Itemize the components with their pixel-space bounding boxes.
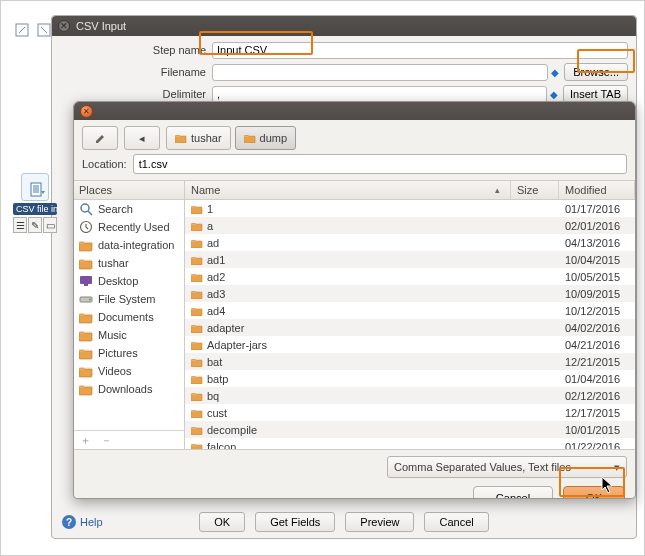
variable-icon[interactable]: ◆ [549, 89, 559, 100]
file-row[interactable]: ad110/04/2015 [185, 251, 635, 268]
places-item[interactable]: Desktop [74, 272, 184, 290]
csv-cancel-button[interactable]: Cancel [424, 512, 488, 532]
step-menu-icon[interactable]: ▭ [43, 217, 57, 233]
file-row[interactable]: ad410/12/2015 [185, 302, 635, 319]
places-item[interactable]: Pictures [74, 344, 184, 362]
path-crumb[interactable]: dump [235, 126, 297, 150]
svg-rect-6 [84, 284, 88, 286]
file-cancel-button[interactable]: Cancel [473, 486, 553, 499]
back-button[interactable]: ◂ [124, 126, 160, 150]
csv-ok-button[interactable]: OK [199, 512, 245, 532]
toolbar-icon-1[interactable] [15, 23, 29, 37]
variable-icon[interactable]: ◆ [550, 67, 560, 78]
file-row[interactable]: ad310/09/2015 [185, 285, 635, 302]
folder-icon [191, 238, 203, 248]
folder-icon [79, 256, 93, 270]
svg-point-3 [81, 204, 89, 212]
folder-icon [244, 133, 256, 143]
places-item[interactable]: Music [74, 326, 184, 344]
sort-asc-icon: ▴ [495, 185, 504, 195]
folder-icon [79, 328, 93, 342]
folder-icon [191, 323, 203, 333]
places-item[interactable]: Downloads [74, 380, 184, 398]
path-crumb[interactable]: tushar [166, 126, 231, 150]
step-edit-icon[interactable]: ☰ [13, 217, 27, 233]
csv-input-title: CSV Input [76, 20, 126, 32]
step-name-label: Step name [60, 44, 212, 56]
toolbar-icon-2[interactable] [37, 23, 51, 37]
csv-file-icon [21, 173, 49, 201]
csv-input-titlebar[interactable]: ✕ CSV Input [52, 16, 636, 36]
preview-button[interactable]: Preview [345, 512, 414, 532]
folder-icon [191, 374, 203, 384]
places-panel: Places SearchRecently Useddata-integrati… [74, 181, 185, 449]
places-header: Places [74, 181, 184, 200]
file-row[interactable]: ad04/13/2016 [185, 234, 635, 251]
close-icon[interactable]: ✕ [58, 20, 70, 32]
file-row[interactable]: batp01/04/2016 [185, 370, 635, 387]
remove-bookmark-button[interactable]: － [101, 433, 112, 448]
filename-label: Filename [60, 66, 212, 78]
drive-icon [79, 292, 93, 306]
places-item[interactable]: Documents [74, 308, 184, 326]
svg-rect-5 [80, 276, 92, 284]
folder-icon [191, 289, 203, 299]
places-item[interactable]: File System [74, 290, 184, 308]
folder-icon [191, 357, 203, 367]
browse-button[interactable]: Browse... [564, 63, 628, 81]
column-header-name[interactable]: Name▴ [185, 181, 511, 199]
folder-icon [191, 340, 203, 350]
csv-step-label: CSV file in [13, 203, 57, 215]
folder-icon [191, 221, 203, 231]
filename-input[interactable] [212, 64, 548, 81]
delimiter-input[interactable] [212, 86, 547, 103]
folder-icon [79, 310, 93, 324]
folder-icon [79, 346, 93, 360]
file-row[interactable]: falcon01/22/2016 [185, 438, 635, 449]
folder-icon [191, 306, 203, 316]
places-item[interactable]: Recently Used [74, 218, 184, 236]
recent-icon [79, 220, 93, 234]
location-label: Location: [82, 158, 127, 170]
location-input[interactable] [133, 154, 627, 174]
folder-icon [175, 133, 187, 143]
file-row[interactable]: Adapter-jars04/21/2016 [185, 336, 635, 353]
file-dialog-titlebar[interactable]: ✕ [74, 102, 635, 120]
file-row[interactable]: cust12/17/2015 [185, 404, 635, 421]
step-name-input[interactable] [212, 42, 628, 59]
folder-icon [191, 425, 203, 435]
column-header-modified[interactable]: Modified [559, 181, 635, 199]
file-row[interactable]: a02/01/2016 [185, 217, 635, 234]
csv-dialog-footer: ? Help OK Get Fields Preview Cancel [52, 512, 636, 532]
step-pencil-icon[interactable]: ✎ [28, 217, 42, 233]
file-ok-button[interactable]: OK [563, 486, 625, 499]
folder-icon [191, 255, 203, 265]
places-item[interactable]: tushar [74, 254, 184, 272]
file-row[interactable]: ad210/05/2015 [185, 268, 635, 285]
places-item[interactable]: data-integration [74, 236, 184, 254]
file-row[interactable]: adapter04/02/2016 [185, 319, 635, 336]
column-header-size[interactable]: Size [511, 181, 559, 199]
edit-path-button[interactable] [82, 126, 118, 150]
places-item[interactable]: Search [74, 200, 184, 218]
csv-step-widget[interactable]: CSV file in ☰ ✎ ▭ [13, 173, 57, 233]
close-icon[interactable]: ✕ [80, 105, 93, 118]
file-row[interactable]: 101/17/2016 [185, 200, 635, 217]
file-type-filter[interactable]: Comma Separated Values, Text files [387, 456, 627, 478]
help-link[interactable]: ? Help [62, 515, 103, 529]
help-label: Help [80, 516, 103, 528]
svg-point-8 [89, 299, 91, 301]
folder-icon [79, 382, 93, 396]
file-row[interactable]: bq02/12/2016 [185, 387, 635, 404]
file-dialog-toolbar: ◂ tushardump [74, 120, 635, 154]
file-row[interactable]: bat12/21/2015 [185, 353, 635, 370]
add-bookmark-button[interactable]: ＋ [80, 433, 91, 448]
folder-icon [191, 272, 203, 282]
file-type-filter-label: Comma Separated Values, Text files [394, 461, 571, 473]
get-fields-button[interactable]: Get Fields [255, 512, 335, 532]
file-row[interactable]: decompile10/01/2015 [185, 421, 635, 438]
folder-icon [191, 204, 203, 214]
folder-icon [79, 238, 93, 252]
places-item[interactable]: Videos [74, 362, 184, 380]
file-chooser-dialog: ✕ ◂ tushardump Location: Places SearchRe… [73, 101, 636, 499]
